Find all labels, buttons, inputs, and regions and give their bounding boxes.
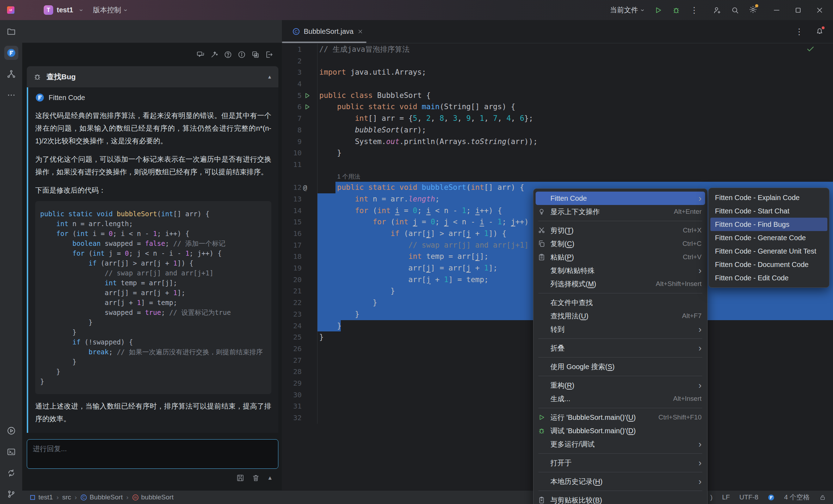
- usage-hint[interactable]: 1 个用法: [337, 173, 360, 180]
- status-item[interactable]: LF: [722, 493, 730, 501]
- submenu-item-edit-code[interactable]: Fitten Code - Edit Code: [709, 271, 829, 285]
- terminal-icon[interactable]: [4, 445, 18, 459]
- line-number[interactable]: 3: [297, 67, 302, 78]
- line-number[interactable]: 5: [297, 90, 302, 101]
- add-user-icon[interactable]: [713, 6, 721, 14]
- status-item[interactable]: UTF-8: [739, 493, 758, 501]
- copyx-icon[interactable]: [251, 50, 260, 59]
- run-configuration-selector[interactable]: 当前文件: [610, 5, 644, 15]
- project-selector[interactable]: T test1: [44, 5, 83, 15]
- help-icon[interactable]: [224, 50, 232, 59]
- line-number[interactable]: 7: [297, 113, 302, 124]
- submenu-item-find-bugs[interactable]: Fitten Code - Find Bugs: [710, 218, 827, 231]
- line-number[interactable]: 12: [293, 182, 302, 193]
- submenu-item-generate-code[interactable]: Fitten Code - Generate Code: [709, 231, 829, 244]
- menu-item--[interactable]: 重构(R)›: [533, 379, 707, 392]
- tab-bubblesort-java[interactable]: C BubbleSort.java: [282, 20, 372, 43]
- line-number[interactable]: 9: [297, 136, 302, 148]
- line-number[interactable]: 16: [293, 228, 302, 239]
- line-number[interactable]: 8: [297, 124, 302, 136]
- search-icon[interactable]: [731, 6, 739, 14]
- menu-item--[interactable]: 剪切(T)Ctrl+X: [533, 224, 707, 237]
- scroll-top-icon[interactable]: ▲: [267, 475, 273, 481]
- exit-icon[interactable]: [265, 50, 273, 59]
- code-line[interactable]: 4: [282, 78, 833, 90]
- line-number[interactable]: 26: [293, 343, 302, 355]
- menu-item--[interactable]: 转到›: [533, 323, 707, 336]
- run-gutter-icon[interactable]: [303, 92, 311, 100]
- editor-options-icon[interactable]: ⋮: [795, 29, 803, 35]
- line-number[interactable]: 2: [297, 55, 302, 67]
- line-number[interactable]: 30: [293, 389, 302, 401]
- fitten-status-icon[interactable]: [768, 494, 775, 501]
- submenu-item-start-chat[interactable]: Fitten Code - Start Chat: [709, 204, 829, 218]
- line-number[interactable]: 18: [293, 251, 302, 262]
- menu-item--bubblesort-main-[interactable]: 调试 'BubbleSort.main()'(D): [533, 424, 707, 437]
- line-number[interactable]: 14: [293, 205, 302, 217]
- code-line[interactable]: 2: [282, 55, 833, 67]
- line-number[interactable]: 21: [293, 285, 302, 297]
- reply-input[interactable]: [27, 439, 278, 469]
- line-number[interactable]: 10: [293, 147, 302, 159]
- line-number[interactable]: 24: [293, 320, 302, 332]
- save-icon[interactable]: [236, 474, 245, 482]
- menu-item--[interactable]: 粘贴(P)Ctrl+V: [533, 250, 707, 264]
- menu-item--[interactable]: 查找用法(U)Alt+F7: [533, 309, 707, 323]
- status-item[interactable]: ): [710, 493, 712, 501]
- menu-item--[interactable]: 打开于›: [533, 456, 707, 469]
- menu-item--[interactable]: 更多运行/调试›: [533, 437, 707, 451]
- menu-item--[interactable]: 在文件中查找: [533, 296, 707, 309]
- menu-item--[interactable]: 复制(C)Ctrl+C: [533, 237, 707, 250]
- line-number[interactable]: 25: [293, 331, 302, 343]
- line-number[interactable]: 4: [297, 78, 302, 90]
- wand-icon[interactable]: [210, 50, 218, 59]
- status-item[interactable]: 4 个空格: [784, 493, 810, 502]
- run-button[interactable]: [654, 6, 662, 14]
- find-bugs-card-header[interactable]: 查找Bug ▲: [27, 66, 278, 87]
- fitten-code-icon[interactable]: [4, 46, 18, 60]
- breadcrumb-item-bubblesort[interactable]: CBubbleSort: [80, 493, 123, 501]
- hamburger-menu-icon[interactable]: [25, 6, 32, 14]
- notifications-bell-icon[interactable]: [815, 27, 824, 37]
- menu-item--[interactable]: 显示上下文操作Alt+Enter: [533, 205, 707, 218]
- debug-button[interactable]: [672, 6, 680, 14]
- menu-item--[interactable]: 复制/粘贴特殊›: [533, 264, 707, 277]
- run-gutter-icon[interactable]: [303, 103, 311, 111]
- unlock-status-icon[interactable]: [819, 494, 826, 501]
- info-icon[interactable]: [237, 50, 246, 59]
- breadcrumb-item-test1[interactable]: test1: [29, 493, 53, 501]
- folder-icon[interactable]: [4, 25, 18, 39]
- code-line[interactable]: 5public class BubbleSort {: [282, 90, 833, 101]
- close-button[interactable]: [815, 6, 824, 14]
- chat-icon[interactable]: [196, 50, 205, 59]
- line-number[interactable]: 6: [297, 101, 302, 113]
- line-number[interactable]: 28: [293, 366, 302, 378]
- line-number[interactable]: 17: [293, 239, 302, 251]
- line-number[interactable]: 13: [293, 193, 302, 205]
- menu-item--[interactable]: 生成...Alt+Insert: [533, 392, 707, 405]
- line-number[interactable]: 11: [293, 159, 302, 170]
- minimize-button[interactable]: [772, 6, 781, 14]
- line-number[interactable]: 20: [293, 274, 302, 286]
- line-number[interactable]: 29: [293, 378, 302, 389]
- line-number[interactable]: 22: [293, 297, 302, 309]
- code-line[interactable]: 6 public static void main(String[] args)…: [282, 101, 833, 113]
- code-line[interactable]: 3import java.util.Arrays;: [282, 67, 833, 78]
- close-tab-icon[interactable]: [357, 29, 363, 35]
- menu-item--[interactable]: 折叠›: [533, 341, 707, 355]
- code-line[interactable]: 11: [282, 159, 833, 170]
- line-number[interactable]: 15: [293, 216, 302, 228]
- menu-item--bubblesort-main-[interactable]: 运行 'BubbleSort.main()'(U)Ctrl+Shift+F10: [533, 411, 707, 424]
- line-number[interactable]: 23: [293, 309, 302, 320]
- line-number[interactable]: 27: [293, 355, 302, 366]
- code-line[interactable]: 7 int[] arr = {5, 2, 8, 3, 9, 1, 7, 4, 6…: [282, 113, 833, 124]
- vcs-widget[interactable]: 版本控制: [93, 5, 128, 15]
- code-line[interactable]: 8 bubbleSort(arr);: [282, 124, 833, 136]
- services-icon[interactable]: [4, 466, 18, 480]
- settings-gear-icon[interactable]: [749, 5, 757, 15]
- code-line[interactable]: 10 }: [282, 147, 833, 159]
- code-line[interactable]: 9 System.out.println(Arrays.toString(arr…: [282, 136, 833, 148]
- collapse-icon[interactable]: ▲: [267, 74, 272, 80]
- code-line[interactable]: 1// 生成java冒泡排序算法: [282, 44, 833, 55]
- menu-item-fitten-code[interactable]: Fitten Code›: [536, 192, 705, 205]
